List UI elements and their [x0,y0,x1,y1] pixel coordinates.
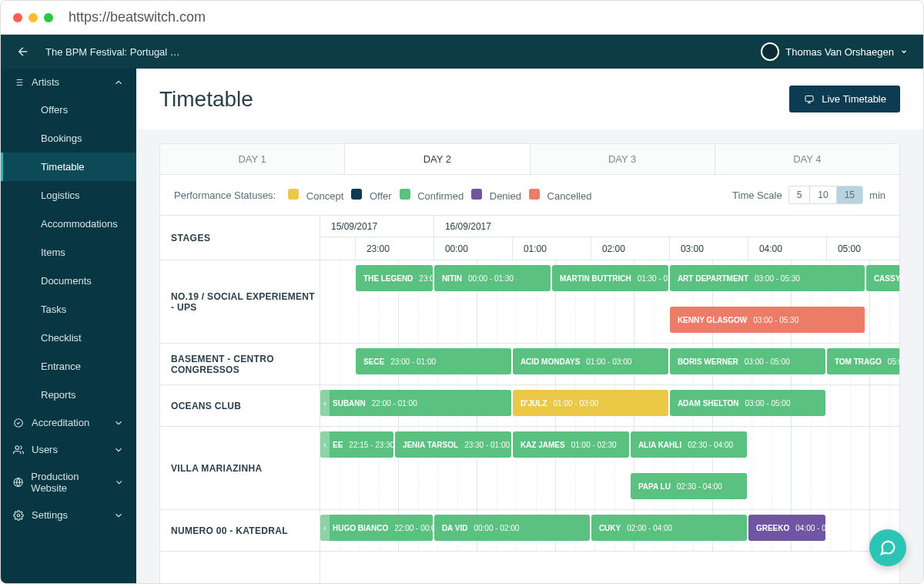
event-block[interactable]: PAPA LU02:30 - 04:00 [631,473,747,499]
event-name: THE LEGEND [363,274,413,283]
legend-row: Performance Statuses: Concept Offer Conf… [160,175,899,215]
sidebar-item-timetable[interactable]: Timetable [1,153,136,181]
time-scale-10[interactable]: 10 [810,186,836,203]
event-time: 23:30 - 01:00 [464,441,510,449]
sidebar-item-bookings[interactable]: Bookings [1,124,136,153]
event-name: ADAM SHELTON [678,399,739,408]
time-scale-15[interactable]: 15 [837,186,862,203]
event-block[interactable]: DA VID00:00 - 02:00 [434,515,590,541]
tab-day-4[interactable]: DAY 4 [715,144,899,174]
event-time: 03:00 - 05:30 [755,274,800,283]
hour-cell: 01:00 [513,237,591,260]
hour-cell: 00:00 [434,237,513,260]
event-block[interactable]: KENNY GLASGOW03:00 - 05:30 [670,307,865,333]
stage-label: NO.19 / SOCIAL EXPERIEMENT - UPS [160,260,320,344]
stages-header: STAGES [160,216,320,260]
svg-point-1 [15,445,19,449]
event-name: SUBANN [333,399,366,408]
event-name: BORIS WERNER [678,357,738,366]
page-header: Timetable Live Timetable [136,69,923,129]
event-title: The BPM Festival: Portugal … [45,46,180,58]
time-scale-5[interactable]: 5 [789,186,811,203]
tab-day-2[interactable]: DAY 2 [345,144,530,174]
event-block[interactable]: ‹SUBANN22:00 - 01:00 [320,390,511,416]
event-block[interactable]: BORIS WERNER03:00 - 05:00 [670,348,825,374]
event-time: 03:00 - 05:30 [753,316,798,324]
event-block[interactable]: ADAM SHELTON03:00 - 05:00 [670,390,825,416]
legend-label-confirmed: Confirmed [415,190,464,202]
sidebar-item-checklist[interactable]: Checklist [1,324,136,352]
event-block[interactable]: CUKY02:00 - 04:00 [591,515,747,541]
scroll-left-icon[interactable]: ‹ [320,515,330,541]
event-time: 03:00 - 05:00 [745,357,790,366]
minimize-window-icon[interactable] [28,13,38,22]
date-cell: 16/09/2017 [434,216,899,237]
sidebar-section-settings[interactable]: Settings [1,502,136,529]
tab-day-1[interactable]: DAY 1 [160,144,345,174]
event-block[interactable]: ‹HUGO BIANCO22:00 - 00:00 [320,515,433,541]
date-header-row: 15/09/201716/09/2017 [320,216,899,237]
event-name: GREEKO [756,524,789,532]
event-time: 22:00 - 00:00 [394,524,433,532]
svg-rect-4 [805,96,813,101]
sidebar-item-logistics[interactable]: Logistics [1,181,136,210]
event-block[interactable]: GREEKO04:00 - 05:00 [748,515,825,541]
event-time: 01:00 - 02:30 [571,441,617,449]
sidebar-item-items[interactable]: Items [1,238,136,267]
event-name: TOM TRAGO [835,357,882,366]
event-time: 03:00 - 05:00 [745,399,791,408]
close-window-icon[interactable] [13,13,22,22]
address-bar[interactable]: https://beatswitch.com [69,9,206,25]
event-name: MARTIN BUTTRICH [560,274,631,283]
time-scale-unit: min [869,190,886,201]
event-block[interactable]: D'JULZ01:00 - 03:00 [513,390,668,416]
avatar [761,42,779,61]
sidebar-section-accreditation[interactable]: Accreditation [1,409,136,436]
sidebar-section-production-website[interactable]: Production Website [1,463,136,502]
stages-column: STAGES NO.19 / SOCIAL EXPERIEMENT - UPSB… [160,216,320,584]
hour-cell-lead [320,237,356,260]
event-block[interactable]: ‹EE22:15 - 23:30 [320,431,393,458]
day-tabs: DAY 1DAY 2DAY 3DAY 4 [159,143,900,175]
legend-label-denied: Denied [487,190,521,202]
scroll-left-icon[interactable]: ‹ [320,431,330,458]
stage-label: NUMERO 00 - KATEDRAL [160,510,320,552]
grid-scroll-area[interactable]: 15/09/201716/09/201723:0000:0001:0002:00… [320,216,899,584]
legend-label: Performance Statuses: [174,190,276,201]
time-scale-buttons: 51015 [788,186,863,204]
legend-swatch-cancelled [529,189,540,200]
live-timetable-button[interactable]: Live Timetable [789,86,900,112]
user-menu[interactable]: Thomas Van Orshaegen [761,42,908,61]
sidebar-section-users[interactable]: Users [1,436,136,463]
back-arrow-icon[interactable] [16,45,30,59]
event-block[interactable]: ACID MONDAYS01:00 - 03:00 [513,348,668,374]
tab-day-3[interactable]: DAY 3 [531,144,715,174]
event-name: CASSY [874,274,899,283]
user-name: Thomas Van Orshaegen [785,46,894,58]
chat-fab[interactable] [869,529,906,566]
event-block[interactable]: MARTIN BUTTRICH01:30 - 03:00 [552,265,668,291]
maximize-window-icon[interactable] [44,13,53,22]
sidebar-item-documents[interactable]: Documents [1,267,136,295]
sidebar-item-offers[interactable]: Offers [1,96,136,124]
sidebar-item-reports[interactable]: Reports [1,381,136,409]
sidebar-item-tasks[interactable]: Tasks [1,295,136,324]
event-block[interactable]: NITIN00:00 - 01:30 [434,265,551,291]
stage-label: OCEANS CLUB [160,385,320,427]
event-block[interactable]: SECE23:00 - 01:00 [356,348,511,374]
scroll-left-icon[interactable]: ‹ [320,390,330,416]
sidebar-item-entrance[interactable]: Entrance [1,352,136,381]
time-scale-control: Time Scale 51015 min [732,186,886,204]
legend-swatch-denied [471,189,482,200]
event-block[interactable]: TOM TRAGO05:00 - [827,348,899,374]
event-block[interactable]: KAZ JAMES01:00 - 02:30 [513,431,629,458]
event-block[interactable]: THE LEGEND23:00 - [356,265,433,291]
event-block[interactable]: JENIA TARSOL23:30 - 01:00 [395,431,511,458]
event-block[interactable]: CASSY05 [866,265,899,291]
event-name: ACID MONDAYS [521,357,580,366]
sidebar-section-artists[interactable]: Artists [1,69,136,96]
event-block[interactable]: ART DEPARTMENT03:00 - 05:30 [670,265,865,291]
sidebar-item-accommodations[interactable]: Accommodations [1,210,136,238]
event-block[interactable]: ALIA KAHLI02:30 - 04:00 [631,431,747,458]
settings-icon [13,510,24,521]
